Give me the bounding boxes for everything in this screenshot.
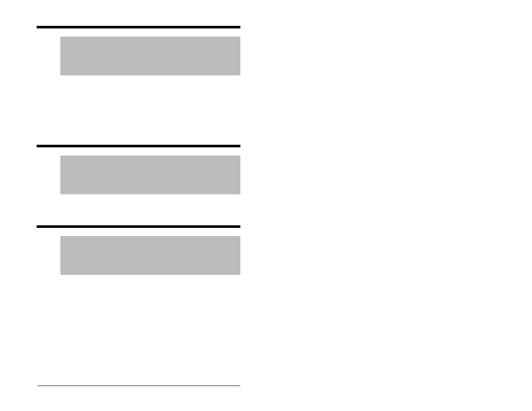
section-divider-1 — [37, 26, 240, 28]
placeholder-box-2 — [60, 156, 240, 194]
placeholder-box-3 — [60, 236, 240, 275]
footer-divider — [37, 386, 240, 386]
placeholder-box-1 — [60, 37, 240, 75]
section-divider-3 — [37, 225, 240, 228]
section-divider-2 — [37, 145, 240, 147]
